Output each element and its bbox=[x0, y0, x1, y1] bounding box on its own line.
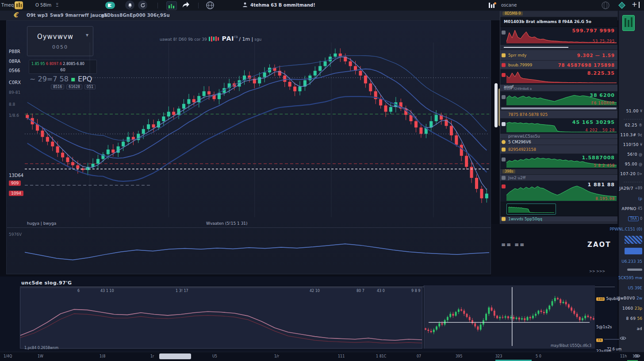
watchlist-value: 9.302 — 1.59 bbox=[577, 53, 615, 58]
ladder-suffix: (0) bbox=[636, 227, 642, 231]
ladder-row[interactable] bbox=[619, 334, 644, 342]
watchlist-label: 1wvvds 5pp50qq bbox=[508, 217, 542, 221]
watchlist-price: 38 6200 bbox=[590, 92, 615, 98]
row-icon bbox=[502, 73, 506, 77]
green-tile-icon[interactable] bbox=[622, 15, 635, 31]
ladder-row[interactable]: 5CK595mw bbox=[619, 273, 644, 283]
mini-candle-glyph bbox=[215, 36, 217, 41]
watchlist-row[interactable]: 38 6200F6 100R0R bbox=[500, 92, 617, 107]
sub-indicator-settings[interactable]: Wvaaten (5!15 1 31) bbox=[206, 220, 248, 227]
ladder-row[interactable]: 8 6956 bbox=[619, 313, 644, 323]
flag-button[interactable] bbox=[105, 2, 115, 9]
stats-button[interactable] bbox=[488, 2, 497, 9]
watchlist-row[interactable]: buub.7999978 4587698 175898 bbox=[500, 61, 617, 69]
ladder-row[interactable]: JA29/7+89 bbox=[619, 183, 644, 193]
ladder-row[interactable]: 62.25® bbox=[619, 120, 644, 130]
ladder-row[interactable]: U6.23335 bbox=[619, 256, 644, 266]
watchlist-label: 5prr mdy bbox=[508, 53, 526, 57]
watchlist-label: 82954923158 bbox=[508, 147, 536, 151]
depth-line-chart[interactable] bbox=[20, 288, 422, 349]
ladder-value: U6.233 bbox=[621, 259, 636, 264]
chart-tile-button[interactable] bbox=[166, 1, 177, 10]
watchlist-row[interactable]: 82954923158 bbox=[500, 145, 617, 154]
watchlist-row[interactable]: 1.58870085 8 2 458 bbox=[500, 154, 617, 169]
refresh-button[interactable] bbox=[138, 0, 147, 10]
ladder-row[interactable]: 51.00¥ bbox=[619, 106, 644, 116]
framed-chart[interactable] bbox=[506, 204, 556, 215]
watchlist-row[interactable]: M01403b 8rat albmams 8 f94A 26.G 5o bbox=[500, 17, 617, 27]
watchlist-row[interactable]: 1wvvds 5pp50qq bbox=[500, 216, 617, 222]
ladder-value: 110.3# bbox=[621, 133, 636, 137]
watchlist-price: 1.5887008 bbox=[582, 155, 615, 161]
menu-item[interactable]: 5wa9 9ma bbox=[50, 11, 76, 20]
equals-label: ≡≡ ≡≡ bbox=[501, 242, 525, 248]
menu-item[interactable]: a5Dbss8GnEp000 306r,9Su bbox=[101, 11, 170, 20]
ladder-row[interactable]: APPNO45 bbox=[619, 204, 644, 214]
solid-box[interactable] bbox=[625, 248, 642, 254]
notifications-button[interactable] bbox=[125, 0, 134, 10]
ladder-row[interactable]: PPWNL.C151(0) bbox=[619, 224, 644, 234]
watchlist-row[interactable]: Jse2 u2ff bbox=[500, 175, 617, 181]
watchlist-row[interactable]: 45 165 302954 202 . 50 28 bbox=[500, 119, 617, 134]
pattern-box[interactable] bbox=[625, 236, 642, 244]
mini-candle-chart[interactable] bbox=[424, 285, 595, 349]
chart-scrollbar-thumb[interactable] bbox=[494, 83, 498, 127]
row-sparkline bbox=[508, 205, 554, 213]
ladder-row bbox=[619, 266, 644, 273]
sub-indicator-title[interactable]: hugya | bwyga bbox=[27, 220, 56, 227]
menu-icon[interactable]: Ξ bbox=[56, 0, 58, 11]
ladder-row[interactable] bbox=[619, 246, 644, 256]
menu-item[interactable]: O9t wp3 bbox=[27, 11, 48, 20]
ladder-suffix: +89 bbox=[635, 186, 642, 190]
ladder-row[interactable]: UJwB0V02w bbox=[619, 293, 644, 303]
ladder-row[interactable]: 110!50¥ bbox=[619, 140, 644, 150]
ladder-row[interactable]: 110.3#9¢ bbox=[619, 130, 644, 140]
ladder-row[interactable]: (p bbox=[619, 193, 644, 204]
teal-diamond-icon bbox=[618, 1, 626, 9]
list-scrollbar[interactable] bbox=[501, 108, 617, 109]
ladder-row[interactable]: 95.00@ bbox=[619, 159, 644, 169]
watchlist-row[interactable]: 5 CM296V6 bbox=[500, 139, 617, 145]
diamond-button[interactable] bbox=[618, 1, 626, 9]
candlestick-chart[interactable] bbox=[25, 42, 489, 217]
progress-bar bbox=[627, 269, 642, 271]
watchlist-row[interactable]: 8.225.35 bbox=[500, 69, 617, 84]
mini-chart-side-label: 1405qubig bbox=[596, 293, 620, 302]
sub-indicator-chart[interactable] bbox=[25, 229, 489, 271]
watchlist-row[interactable]: 5prr mdy9.302 — 1.59 bbox=[500, 50, 617, 61]
ladder-row[interactable] bbox=[619, 234, 644, 246]
watchlist-row[interactable]: prrwvwLC5as5u bbox=[500, 134, 617, 139]
ladder-row[interactable]: ad bbox=[619, 323, 644, 334]
time-label: 5 0 bbox=[536, 354, 541, 358]
watchlist-row[interactable]: 599.797 999953 75-795 bbox=[500, 27, 617, 45]
legend-segment: / 1m | bbox=[239, 36, 253, 42]
ladder-row[interactable]: 106023p bbox=[619, 303, 644, 313]
globe-icon bbox=[205, 0, 215, 10]
ladder-suffix: @ bbox=[639, 153, 642, 157]
mini-candle-glyph bbox=[218, 37, 219, 41]
ladder-row[interactable]: TAA0 bbox=[619, 214, 644, 224]
row-icon bbox=[502, 95, 506, 99]
watchlist-row[interactable]: 1 881 888.195.98 bbox=[500, 181, 617, 202]
eye-icon[interactable] bbox=[634, 353, 640, 358]
globe-icon bbox=[601, 0, 610, 10]
app-logo-icon[interactable] bbox=[15, 1, 23, 9]
add-button[interactable]: + bbox=[632, 0, 637, 8]
watchlist-row[interactable]: 7875 874-5878 925 bbox=[500, 111, 617, 119]
ladder-row[interactable]: 107-200> bbox=[619, 169, 644, 179]
timeline-scrollbar-thumb[interactable] bbox=[159, 353, 191, 359]
price-axis-label: 08RA bbox=[9, 59, 20, 64]
ladder-separator bbox=[624, 182, 642, 182]
notification-text[interactable]: 4tehma 63 B ommitmand! bbox=[250, 0, 315, 11]
globe-button[interactable] bbox=[205, 0, 215, 10]
account-label[interactable]: O 58im bbox=[35, 0, 51, 11]
workspace-label[interactable]: oscane bbox=[501, 0, 517, 11]
watchlist-label: Jse2 u2ff bbox=[508, 176, 525, 180]
ladder-value: 51.00 bbox=[626, 109, 639, 113]
globe-secondary-button[interactable] bbox=[601, 0, 610, 10]
share-button[interactable] bbox=[181, 1, 190, 9]
watchlist-row bbox=[500, 202, 617, 216]
zaot-label: ZAOT bbox=[587, 241, 611, 249]
ladder-row[interactable]: 56!0@ bbox=[619, 150, 644, 159]
ladder-row[interactable]: U5 39E bbox=[619, 283, 644, 293]
